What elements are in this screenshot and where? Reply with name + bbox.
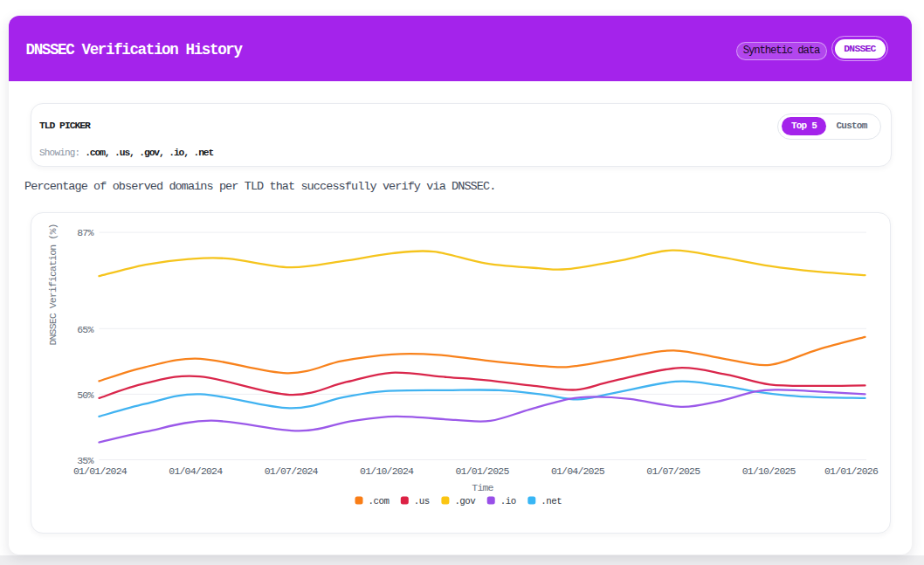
- svg-text:01/10/2024: 01/10/2024: [360, 465, 414, 477]
- svg-text:.com: .com: [368, 496, 389, 506]
- svg-text:87%: 87%: [77, 227, 93, 238]
- svg-text:50%: 50%: [77, 389, 93, 401]
- svg-text:.io: .io: [500, 496, 515, 506]
- svg-text:01/07/2024: 01/07/2024: [264, 465, 318, 477]
- svg-text:.net: .net: [541, 496, 562, 506]
- svg-text:.us: .us: [413, 496, 429, 506]
- svg-text:65%: 65%: [77, 324, 93, 335]
- svg-text:DNSSEC Verification (%): DNSSEC Verification (%): [47, 224, 59, 346]
- svg-text:01/04/2024: 01/04/2024: [169, 465, 223, 477]
- svg-text:01/01/2024: 01/01/2024: [72, 465, 127, 477]
- svg-text:01/01/2026: 01/01/2026: [824, 465, 878, 477]
- svg-text:01/07/2025: 01/07/2025: [646, 465, 700, 477]
- svg-text:.gov: .gov: [454, 496, 476, 506]
- svg-text:35%: 35%: [77, 455, 93, 466]
- svg-text:Time: Time: [472, 482, 493, 493]
- svg-text:01/04/2025: 01/04/2025: [550, 465, 604, 477]
- svg-text:01/01/2025: 01/01/2025: [455, 465, 509, 477]
- svg-text:01/10/2025: 01/10/2025: [741, 465, 796, 477]
